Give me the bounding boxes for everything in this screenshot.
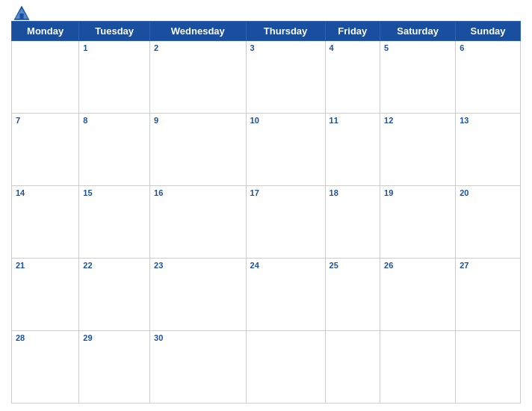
- day-number: 27: [460, 261, 468, 270]
- day-number: 18: [330, 188, 338, 197]
- calendar-cell: 13: [456, 114, 521, 186]
- logo-icon: [11, 3, 32, 24]
- day-number: 6: [460, 43, 464, 52]
- week-row-2: 78910111213: [12, 114, 521, 186]
- calendar-cell: 8: [79, 114, 150, 186]
- day-number: 25: [330, 261, 338, 270]
- calendar-header: [11, 7, 521, 16]
- day-number: 20: [460, 188, 468, 197]
- calendar-table: MondayTuesdayWednesdayThursdayFridaySatu…: [11, 21, 521, 404]
- day-number: 14: [16, 188, 25, 197]
- calendar-cell: 17: [246, 186, 325, 259]
- calendar-cell: 3: [246, 41, 325, 114]
- day-number: 12: [384, 116, 393, 125]
- calendar-cell: 4: [325, 41, 380, 114]
- weekday-header-thursday: Thursday: [246, 22, 325, 41]
- day-number: 1: [83, 43, 87, 52]
- day-number: 28: [16, 333, 25, 342]
- day-number: 11: [330, 116, 338, 125]
- calendar-cell: 22: [79, 259, 150, 331]
- calendar-cell: 23: [150, 259, 247, 331]
- week-row-5: 282930: [12, 331, 521, 404]
- week-row-4: 21222324252627: [12, 259, 521, 331]
- day-number: 8: [83, 116, 87, 125]
- day-number: 26: [384, 261, 393, 270]
- day-number: 29: [83, 333, 92, 342]
- calendar-cell: [380, 331, 456, 404]
- calendar-cell: 7: [12, 114, 79, 186]
- day-number: 15: [83, 188, 92, 197]
- day-number: 4: [330, 43, 334, 52]
- calendar-cell: 10: [246, 114, 325, 186]
- weekday-header-tuesday: Tuesday: [79, 22, 150, 41]
- weekday-header-monday: Monday: [12, 22, 79, 41]
- calendar-cell: [12, 41, 79, 114]
- calendar-cell: 16: [150, 186, 247, 259]
- day-number: 22: [83, 261, 92, 270]
- calendar-cell: [246, 331, 325, 404]
- calendar-cell: 2: [150, 41, 247, 114]
- calendar-cell: 29: [79, 331, 150, 404]
- calendar-cell: 1: [79, 41, 150, 114]
- calendar-cell: 24: [246, 259, 325, 331]
- calendar-cell: 18: [325, 186, 380, 259]
- day-number: 2: [154, 43, 158, 52]
- weekday-header-wednesday: Wednesday: [150, 22, 247, 41]
- day-number: 19: [384, 188, 393, 197]
- day-number: 30: [154, 333, 163, 342]
- weekday-header-row: MondayTuesdayWednesdayThursdayFridaySatu…: [12, 22, 521, 41]
- calendar-cell: 21: [12, 259, 79, 331]
- calendar-cell: 12: [380, 114, 456, 186]
- calendar-cell: 27: [456, 259, 521, 331]
- calendar-cell: 28: [12, 331, 79, 404]
- svg-rect-2: [19, 13, 23, 19]
- day-number: 3: [250, 43, 255, 52]
- calendar-cell: 25: [325, 259, 380, 331]
- calendar-cell: 26: [380, 259, 456, 331]
- day-number: 21: [16, 261, 25, 270]
- day-number: 10: [250, 116, 259, 125]
- day-number: 7: [16, 116, 20, 125]
- day-number: 9: [154, 116, 158, 125]
- calendar-cell: 19: [380, 186, 456, 259]
- weekday-header-friday: Friday: [325, 22, 380, 41]
- calendar-cell: 11: [325, 114, 380, 186]
- week-row-3: 14151617181920: [12, 186, 521, 259]
- week-row-1: 123456: [12, 41, 521, 114]
- day-number: 13: [460, 116, 468, 125]
- calendar-cell: 5: [380, 41, 456, 114]
- calendar-cell: 14: [12, 186, 79, 259]
- calendar-cell: 20: [456, 186, 521, 259]
- day-number: 24: [250, 261, 259, 270]
- weekday-header-sunday: Sunday: [456, 22, 521, 41]
- logo: [11, 3, 35, 24]
- calendar-cell: [456, 331, 521, 404]
- calendar-cell: 30: [150, 331, 247, 404]
- day-number: 17: [250, 188, 259, 197]
- calendar-cell: 9: [150, 114, 247, 186]
- calendar-cell: 6: [456, 41, 521, 114]
- day-number: 5: [384, 43, 389, 52]
- day-number: 16: [154, 188, 163, 197]
- weekday-header-saturday: Saturday: [380, 22, 456, 41]
- day-number: 23: [154, 261, 163, 270]
- calendar-cell: 15: [79, 186, 150, 259]
- calendar-cell: [325, 331, 380, 404]
